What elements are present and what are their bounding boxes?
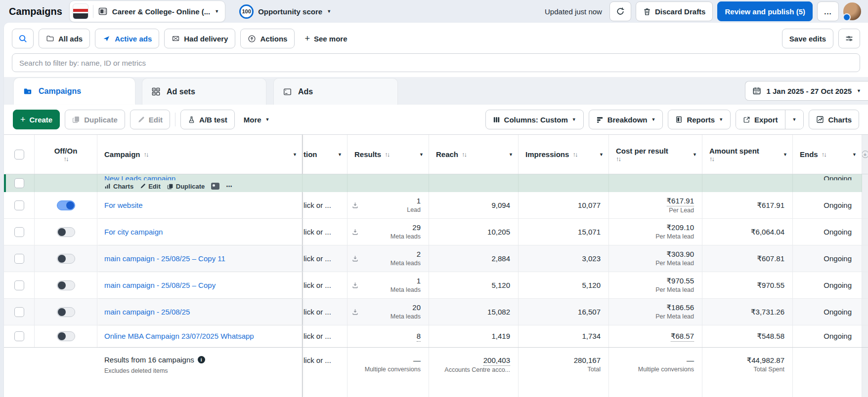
- off-on-toggle[interactable]: [57, 254, 75, 264]
- ab-test-label: A/B test: [199, 116, 227, 124]
- charts-button[interactable]: Charts: [809, 110, 859, 129]
- off-on-toggle[interactable]: [57, 280, 75, 290]
- campaign-link[interactable]: main campaign - 25/08/25 – Copy 11: [104, 254, 294, 264]
- row-attribution-cell: lick or ...: [303, 299, 347, 325]
- row-attribution-cell: lick or ...: [303, 192, 347, 218]
- impressions-header-label: Impressions: [525, 150, 569, 159]
- chevron-down-icon: ▼: [265, 118, 270, 122]
- more-actions-button[interactable]: More ▼: [240, 116, 274, 124]
- header-campaign[interactable]: Campaign↑↓ ▼: [97, 135, 303, 174]
- header-ends[interactable]: Ends↑↓ ▼: [793, 135, 862, 174]
- tab-ad-sets[interactable]: Ad sets: [142, 78, 266, 105]
- row-results-cell: 2Meta leads: [347, 245, 429, 272]
- info-icon[interactable]: i: [198, 356, 205, 363]
- campaign-link[interactable]: For city campaign: [104, 227, 294, 237]
- export-options-button[interactable]: ▼: [785, 110, 804, 129]
- see-more-button[interactable]: + See more: [300, 34, 352, 44]
- filter-all-ads[interactable]: All ads: [39, 29, 90, 48]
- campaign-link[interactable]: New Leads campaign: [104, 174, 175, 180]
- ends-value: Ongoing: [824, 307, 852, 317]
- row-checkbox[interactable]: [14, 227, 24, 237]
- download-results-icon[interactable]: [351, 308, 359, 316]
- user-avatar[interactable]: [843, 2, 861, 20]
- campaign-link[interactable]: main campaign - 25/08/25: [104, 307, 294, 317]
- row-duplicate-action[interactable]: Duplicate: [167, 183, 205, 190]
- off-on-toggle[interactable]: [57, 200, 75, 210]
- header-attribution-truncated[interactable]: tion ▼: [303, 135, 347, 174]
- tab-ads[interactable]: Ads: [273, 78, 398, 105]
- download-results-icon[interactable]: [351, 201, 359, 209]
- ends-value: Ongoing: [824, 254, 852, 264]
- pencil-icon: [140, 183, 146, 189]
- opportunity-score[interactable]: 100 Opportunity score ▼: [239, 4, 331, 19]
- search-input[interactable]: [12, 53, 860, 72]
- save-edits-button[interactable]: Save edits: [782, 29, 833, 48]
- export-button[interactable]: Export: [736, 110, 785, 129]
- row-checkbox[interactable]: [14, 307, 24, 317]
- row-ends-cell: Ongoing: [793, 192, 862, 218]
- tab-campaigns[interactable]: Campaigns: [14, 78, 135, 105]
- more-options-button[interactable]: ...: [817, 1, 839, 21]
- download-results-icon[interactable]: [351, 255, 359, 262]
- download-results-icon[interactable]: [351, 281, 359, 289]
- row-checkbox[interactable]: [14, 254, 24, 264]
- off-on-toggle[interactable]: [57, 331, 75, 341]
- cost-sub-label: Per Meta lead: [655, 233, 694, 241]
- filter-had-delivery-label: Had delivery: [184, 35, 228, 43]
- highlighted-campaign-row[interactable]: New Leads campaign Charts Edit Duplicate: [4, 174, 868, 192]
- row-checkbox[interactable]: [14, 280, 24, 290]
- create-button[interactable]: + Create: [13, 110, 60, 129]
- edit-button[interactable]: Edit: [130, 110, 170, 129]
- row-campaign-cell: For website: [97, 192, 303, 218]
- select-all-checkbox[interactable]: [14, 150, 24, 159]
- search-filter-button[interactable]: [12, 29, 34, 48]
- results-value: 1: [417, 196, 421, 206]
- campaign-link[interactable]: Online MBA Campaign 23/07/2025 Whatsapp: [104, 331, 294, 341]
- header-impressions[interactable]: Impressions↑↓ ▼: [519, 135, 609, 174]
- filter-had-delivery[interactable]: Had delivery: [164, 29, 235, 48]
- ab-test-button[interactable]: A/B test: [180, 110, 235, 129]
- download-results-icon[interactable]: [351, 228, 359, 236]
- chevron-down-icon: ▼: [792, 118, 797, 122]
- campaign-row: main campaign - 25/08/25 – Copylick or .…: [4, 272, 868, 299]
- filter-settings-button[interactable]: [838, 29, 860, 48]
- refresh-button[interactable]: [609, 1, 631, 21]
- header-off-on[interactable]: Off/On ↑↓: [35, 135, 97, 174]
- campaign-link[interactable]: For website: [104, 200, 294, 210]
- row-checkbox[interactable]: [14, 200, 24, 210]
- header-results[interactable]: Results↑↓ ▼: [347, 135, 429, 174]
- amount-spent-header-label: Amount spent: [709, 147, 784, 155]
- top-bar: Campaigns Career & College- Online (... …: [0, 0, 868, 23]
- row-checkbox[interactable]: [14, 178, 24, 188]
- row-toggle-cell: [35, 219, 97, 245]
- row-checkbox[interactable]: [14, 331, 24, 341]
- add-column-icon[interactable]: +: [862, 151, 868, 158]
- off-on-toggle[interactable]: [57, 227, 75, 237]
- row-impressions-cell: 16,507: [519, 299, 609, 325]
- account-switcher[interactable]: Career & College- Online (... ▼: [69, 0, 225, 22]
- impressions-value: 16,507: [578, 307, 601, 317]
- off-on-toggle[interactable]: [57, 307, 75, 317]
- row-more-actions[interactable]: ⋯: [226, 183, 233, 190]
- row-edit-action[interactable]: Edit: [140, 183, 161, 190]
- duplicate-button[interactable]: Duplicate: [65, 110, 125, 129]
- breakdown-button[interactable]: Breakdown ▼: [589, 110, 663, 129]
- columns-button[interactable]: Columns: Custom ▼: [485, 110, 584, 129]
- review-and-publish-button[interactable]: Review and publish (5): [717, 1, 813, 21]
- header-reach[interactable]: Reach↑↓ ▼: [429, 135, 519, 174]
- header-amount-spent[interactable]: Amount spent ↑↓ ▼: [702, 135, 793, 174]
- reports-button[interactable]: Reports ▼: [668, 110, 731, 129]
- trash-icon: [643, 7, 651, 16]
- row-charts-action[interactable]: Charts: [104, 183, 133, 190]
- campaign-link[interactable]: main campaign - 25/08/25 – Copy: [104, 280, 294, 290]
- image-preview-icon[interactable]: [211, 183, 219, 190]
- campaign-row: main campaign - 25/08/25 – Copy 11lick o…: [4, 245, 868, 272]
- row-ends-cell: Ongoing: [793, 174, 862, 192]
- discard-drafts-button[interactable]: Discard Drafts: [636, 1, 713, 21]
- filter-active-ads[interactable]: Active ads: [95, 29, 159, 48]
- reports-icon: [675, 116, 683, 123]
- filter-actions[interactable]: Actions: [240, 29, 295, 48]
- header-cost-per-result[interactable]: Cost per result ↑↓ ▼: [609, 135, 702, 174]
- date-range-picker[interactable]: 1 Jan 2025 - 27 Oct 2025 ▼: [745, 81, 868, 101]
- attribution-fragment: lick or ...: [304, 227, 345, 237]
